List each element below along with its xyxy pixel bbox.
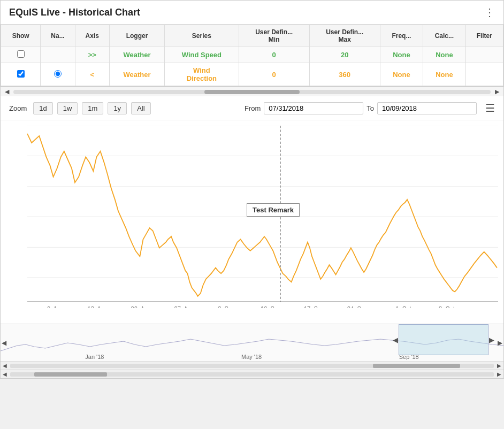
overview-label-jan: Jan '18: [85, 354, 104, 360]
col-user-max: User Defin...Max: [309, 25, 380, 47]
row1-filter: [465, 47, 503, 63]
chart-svg: 360 300 200 100 0 6. Aug 13. Aug 20. Aug…: [27, 126, 498, 308]
overview-right-handle[interactable]: ▶: [489, 336, 494, 344]
chart-menu-icon[interactable]: ☰: [485, 102, 495, 114]
row1-calc: None: [423, 47, 465, 63]
row1-series: Wind Speed: [165, 47, 239, 63]
scroll-right-arrow[interactable]: ▶: [493, 88, 501, 95]
bottom-scroll-track[interactable]: [10, 372, 494, 377]
svg-text:1. Oct: 1. Oct: [395, 305, 411, 308]
overview-scroll-track[interactable]: [10, 364, 494, 368]
chart-area: 360 300 200 100 0 6. Aug 13. Aug 20. Aug…: [1, 120, 503, 324]
row1-user-min: 0: [239, 47, 309, 63]
row2-freq: None: [380, 63, 423, 86]
row2-logger: Weather: [109, 63, 164, 86]
zoom-1m-button[interactable]: 1m: [82, 102, 103, 114]
overview-next-arrow[interactable]: ▶: [498, 339, 502, 347]
row1-logger: Weather: [109, 47, 164, 63]
page-title: EQuIS Live - Historical Chart: [9, 7, 140, 18]
overview-prev-arrow[interactable]: ◀: [2, 339, 6, 347]
table-scrollbar[interactable]: ◀ ▶: [1, 87, 503, 96]
overview-scroll-right[interactable]: ▶: [495, 363, 503, 369]
col-axis: Axis: [75, 25, 109, 47]
overview-bar: Jan '18 May '18 Sep '18 ◀ ▶ ◀ ▶: [1, 324, 503, 361]
zoom-all-button[interactable]: All: [131, 102, 150, 114]
app-header: EQuIS Live - Historical Chart ⋮: [1, 1, 503, 25]
bottom-scroll-left[interactable]: ◀: [1, 371, 9, 377]
header-menu-icon[interactable]: ⋮: [484, 6, 495, 19]
row2-show[interactable]: [1, 63, 41, 86]
row2-filter: [465, 63, 503, 86]
svg-text:6. Aug: 6. Aug: [47, 305, 64, 308]
row1-na: [41, 47, 75, 63]
svg-text:3. Sep: 3. Sep: [218, 305, 235, 308]
svg-text:10. Sep: 10. Sep: [261, 305, 281, 308]
col-calc: Calc...: [423, 25, 465, 47]
col-na: Na...: [41, 25, 75, 47]
overview-scroll-left[interactable]: ◀: [1, 363, 9, 369]
svg-text:17. Sep: 17. Sep: [304, 305, 324, 308]
col-filter: Filter: [465, 25, 503, 47]
from-label: From: [245, 104, 261, 112]
zoom-1d-button[interactable]: 1d: [33, 102, 52, 114]
series-table: Show Na... Axis Logger Series User Defin…: [1, 25, 503, 86]
zoom-1y-button[interactable]: 1y: [108, 102, 127, 114]
date-range: From To: [245, 102, 477, 114]
svg-text:8. Oct: 8. Oct: [439, 305, 455, 308]
overview-label-may: May '18: [241, 354, 262, 360]
bottom-scroll-thumb[interactable]: [34, 372, 107, 377]
overview-scroll-thumb[interactable]: [373, 364, 460, 368]
svg-text:13. Aug: 13. Aug: [88, 305, 108, 308]
col-series: Series: [165, 25, 239, 47]
scroll-thumb[interactable]: [204, 90, 300, 94]
row1-axis: >>: [75, 47, 109, 63]
table-row: >> Weather Wind Speed 0 20 None None: [1, 47, 503, 63]
overview-left-handle[interactable]: ◀: [393, 336, 398, 344]
svg-text:24. Sep: 24. Sep: [347, 305, 368, 308]
row2-user-max: 360: [309, 63, 380, 86]
row2-calc: None: [423, 63, 465, 86]
show-checkbox-1[interactable]: [17, 50, 25, 58]
col-freq: Freq...: [380, 25, 423, 47]
row2-series: WindDirection: [165, 63, 239, 86]
overview-scrollbar[interactable]: ◀ ▶: [1, 361, 503, 370]
zoom-label: Zoom: [9, 104, 27, 112]
from-date-input[interactable]: [264, 102, 363, 114]
zoom-bar: Zoom 1d 1w 1m 1y All From To ☰: [1, 96, 503, 120]
table-row: < Weather WindDirection 0 360 None None: [1, 63, 503, 86]
row1-show[interactable]: [1, 47, 41, 63]
bottom-scroll-right[interactable]: ▶: [495, 371, 503, 377]
axis-radio-2[interactable]: [54, 70, 62, 78]
svg-text:27. Aug: 27. Aug: [174, 305, 194, 308]
overview-highlight: ◀ ▶: [399, 324, 488, 355]
col-user-min: User Defin...Min: [239, 25, 309, 47]
row1-freq: None: [380, 47, 423, 63]
col-logger: Logger: [109, 25, 164, 47]
row1-user-max: 20: [309, 47, 380, 63]
bottom-scrollbar[interactable]: ◀ ▶: [1, 370, 503, 378]
data-table-wrapper: Show Na... Axis Logger Series User Defin…: [1, 25, 503, 87]
row2-na[interactable]: [41, 63, 75, 86]
row2-axis: <: [75, 63, 109, 86]
svg-text:20. Aug: 20. Aug: [131, 305, 151, 308]
to-label: To: [366, 104, 374, 112]
zoom-1w-button[interactable]: 1w: [57, 102, 78, 114]
scroll-track[interactable]: [13, 90, 491, 94]
col-show: Show: [1, 25, 41, 47]
row2-user-min: 0: [239, 63, 309, 86]
scroll-left-arrow[interactable]: ◀: [3, 88, 11, 95]
to-date-input[interactable]: [377, 102, 477, 114]
show-checkbox-2[interactable]: [17, 70, 25, 78]
